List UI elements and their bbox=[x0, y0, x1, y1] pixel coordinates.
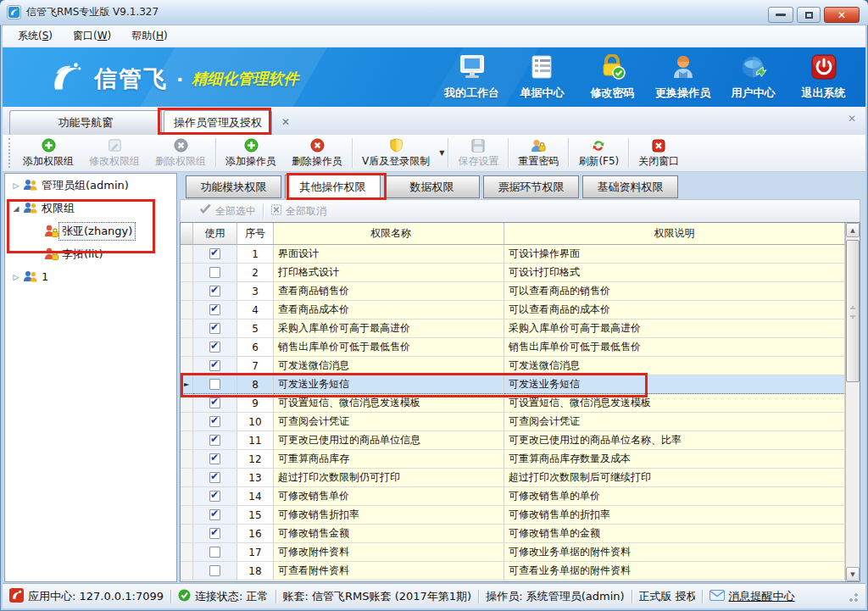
scroll-up-icon[interactable]: ▲ bbox=[846, 223, 860, 237]
maximize-button[interactable] bbox=[797, 7, 821, 23]
use-checkbox[interactable] bbox=[209, 379, 220, 390]
tree-expander-icon[interactable]: ◢ bbox=[10, 204, 22, 213]
use-checkbox[interactable] bbox=[209, 304, 220, 315]
scroll-thumb[interactable] bbox=[846, 240, 860, 382]
menu-item[interactable]: 系统(S) bbox=[8, 25, 63, 47]
status-text[interactable]: 消息提醒中心 bbox=[729, 589, 795, 604]
use-checkbox-cell[interactable] bbox=[193, 282, 237, 301]
header-name[interactable]: 权限名称 bbox=[274, 223, 504, 245]
tree-item[interactable]: 李拓(lit) bbox=[5, 242, 176, 265]
deselect-all-button[interactable]: 全部取消 bbox=[264, 204, 333, 219]
use-checkbox[interactable] bbox=[209, 435, 220, 446]
table-row[interactable]: 17可修改附件资料可修改业务单据的附件资料 bbox=[181, 543, 845, 562]
use-checkbox-cell[interactable] bbox=[193, 245, 237, 264]
toolbar-button[interactable]: 添加操作员 bbox=[218, 135, 284, 171]
use-checkbox[interactable] bbox=[209, 547, 220, 558]
perm-tab-4[interactable]: 票据环节权限 bbox=[483, 175, 579, 198]
perm-tab-5[interactable]: 基础资料权限 bbox=[582, 175, 678, 198]
use-checkbox[interactable] bbox=[209, 472, 220, 483]
perm-tab-1[interactable]: 功能模块权限 bbox=[186, 175, 281, 198]
use-checkbox[interactable] bbox=[209, 453, 220, 464]
select-all-button[interactable]: 全部选中 bbox=[192, 204, 263, 219]
toolbar-button[interactable]: 重置密码 bbox=[510, 135, 566, 171]
banner-action-globe[interactable]: 用户中心 bbox=[718, 54, 788, 101]
use-checkbox-cell[interactable] bbox=[193, 319, 237, 338]
table-row[interactable]: 6销售出库单价可低于最低售价销售出库单价可低于最低售价 bbox=[181, 338, 845, 357]
toolbar-button[interactable]: V盾及登录限制 bbox=[354, 135, 437, 171]
use-checkbox[interactable] bbox=[209, 565, 220, 576]
use-checkbox-cell[interactable] bbox=[193, 413, 237, 431]
use-checkbox[interactable] bbox=[209, 397, 220, 408]
use-checkbox[interactable] bbox=[209, 491, 220, 502]
toolbar-button[interactable]: 关闭窗口 bbox=[631, 135, 687, 171]
use-checkbox[interactable] bbox=[209, 323, 220, 334]
table-row[interactable]: 13超过打印次数限制仍可打印超过打印次数限制后可继续打印 bbox=[181, 469, 845, 487]
use-checkbox-cell[interactable] bbox=[193, 506, 237, 525]
status-segment[interactable]: 消息提醒中心 bbox=[709, 589, 795, 604]
use-checkbox[interactable] bbox=[209, 509, 220, 520]
table-row[interactable]: 7可发送微信消息可发送微信消息 bbox=[181, 357, 845, 375]
use-checkbox-cell[interactable] bbox=[193, 562, 237, 580]
scroll-down-icon[interactable]: ▼ bbox=[846, 567, 860, 581]
use-checkbox[interactable] bbox=[209, 286, 220, 297]
table-row[interactable]: 10可查阅会计凭证可查阅会计凭证 bbox=[181, 413, 845, 431]
use-checkbox-cell[interactable] bbox=[193, 375, 237, 394]
use-checkbox[interactable] bbox=[209, 342, 220, 353]
header-desc[interactable]: 权限说明 bbox=[504, 223, 845, 245]
perm-tab-2[interactable]: 其他操作权限 bbox=[285, 175, 381, 199]
tab-close-icon[interactable]: ✕ bbox=[279, 115, 292, 129]
use-checkbox[interactable] bbox=[209, 360, 220, 371]
use-checkbox-cell[interactable] bbox=[193, 301, 237, 319]
close-button[interactable]: ✕ bbox=[824, 7, 860, 23]
table-row[interactable]: 9可设置短信、微信消息发送模板可设置短信、微信消息发送模板 bbox=[181, 394, 845, 413]
table-row[interactable]: 18可查看附件资料可查看业务单据的附件资料 bbox=[181, 562, 845, 580]
panel-close-icon[interactable]: ✕ bbox=[845, 112, 859, 125]
use-checkbox-cell[interactable] bbox=[193, 543, 237, 562]
use-checkbox-cell[interactable] bbox=[193, 264, 237, 282]
use-checkbox[interactable] bbox=[209, 528, 220, 539]
toolbar-button[interactable]: 刷新(F5) bbox=[570, 135, 626, 171]
resize-grip[interactable] bbox=[847, 591, 859, 603]
use-checkbox-cell[interactable] bbox=[193, 450, 237, 469]
banner-action-switch-user[interactable]: 更换操作员 bbox=[648, 54, 718, 101]
header-use[interactable]: 使用 bbox=[193, 223, 237, 245]
table-row[interactable]: 5采购入库单价可高于最高进价采购入库单价可高于最高进价 bbox=[181, 319, 845, 338]
table-row[interactable]: 3查看商品销售价可以查看商品的销售价 bbox=[181, 282, 845, 301]
use-checkbox-cell[interactable] bbox=[193, 525, 237, 543]
tree-item[interactable]: 张亚(zhangy) bbox=[5, 219, 176, 242]
table-row[interactable]: 14可修改销售单价可修改销售单的单价 bbox=[181, 487, 845, 506]
use-checkbox-cell[interactable] bbox=[193, 469, 237, 487]
table-row[interactable]: 11可更改已使用过的商品单位信息可更改已使用过的商品单位名称、比率 bbox=[181, 431, 845, 450]
banner-action-power[interactable]: 退出系统 bbox=[788, 54, 859, 101]
tree-item[interactable]: ▷管理员组(admin) bbox=[5, 174, 176, 197]
toolbar-button[interactable]: 删除操作员 bbox=[284, 135, 350, 171]
table-row[interactable]: 1界面设计可设计操作界面 bbox=[181, 245, 845, 264]
use-checkbox-cell[interactable] bbox=[193, 357, 237, 375]
table-row[interactable]: 12可重算商品库存可重算商品库存数量及成本 bbox=[181, 450, 845, 469]
use-checkbox[interactable] bbox=[209, 248, 220, 259]
banner-action-lock-check[interactable]: 修改密码 bbox=[577, 54, 648, 101]
table-row[interactable]: ►8可发送业务短信可发送业务短信 bbox=[181, 375, 845, 394]
toolbar-button[interactable]: 添加权限组 bbox=[15, 135, 81, 171]
use-checkbox-cell[interactable] bbox=[193, 487, 237, 506]
header-no[interactable]: 序号 bbox=[237, 223, 274, 245]
banner-action-documents[interactable]: 单据中心 bbox=[507, 54, 577, 101]
tree-item[interactable]: ▷1 bbox=[5, 265, 176, 288]
use-checkbox[interactable] bbox=[209, 416, 220, 427]
table-row[interactable]: 2打印格式设计可设计打印格式 bbox=[181, 264, 845, 282]
minimize-button[interactable] bbox=[768, 7, 793, 23]
tree-expander-icon[interactable]: ▷ bbox=[10, 273, 22, 281]
use-checkbox-cell[interactable] bbox=[193, 394, 237, 413]
table-row[interactable]: 15可修改销售折扣率可修改销售单的折扣率 bbox=[181, 506, 845, 525]
use-checkbox-cell[interactable] bbox=[193, 431, 237, 450]
tree-item[interactable]: ◢权限组 bbox=[5, 197, 176, 219]
menu-item[interactable]: 帮助(H) bbox=[121, 25, 177, 47]
table-row[interactable]: 16可修改销售金额可修改销售单的金额 bbox=[181, 525, 845, 543]
tab-nav-window[interactable]: 功能导航窗 bbox=[9, 110, 162, 135]
use-checkbox-cell[interactable] bbox=[193, 338, 237, 357]
chevron-down-icon[interactable]: ▼ bbox=[439, 149, 444, 157]
tree-expander-icon[interactable]: ▷ bbox=[10, 181, 22, 190]
menu-item[interactable]: 窗口(W) bbox=[63, 25, 121, 47]
perm-tab-3[interactable]: 数据权限 bbox=[384, 175, 480, 198]
table-row[interactable]: 4查看商品成本价可以查看商品的成本价 bbox=[181, 301, 845, 319]
